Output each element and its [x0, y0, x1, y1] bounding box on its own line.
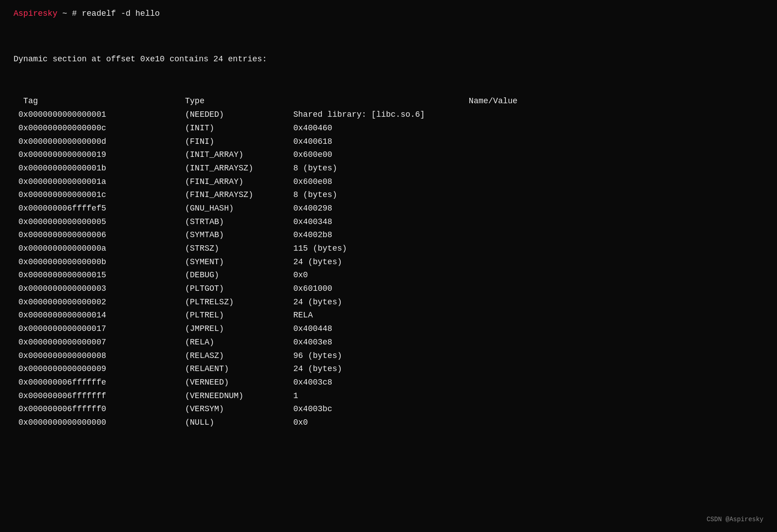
row-tag: 0x000000006ffffffe: [14, 376, 185, 390]
row-tag: 0x000000000000000d: [14, 135, 185, 149]
row-type: (RELASZ): [185, 349, 293, 363]
row-value: 0x400448: [293, 322, 763, 336]
row-tag: 0x0000000000000009: [14, 362, 185, 376]
row-value: 0x400298: [293, 202, 763, 216]
table-row: 0x0000000000000009(RELAENT)24 (bytes): [14, 362, 763, 376]
row-tag: 0x0000000000000000: [14, 416, 185, 430]
row-tag: 0x000000006ffffff0: [14, 403, 185, 416]
row-value: 96 (bytes): [293, 349, 763, 363]
table-row: 0x000000000000001c(FINI_ARRAYSZ)8 (bytes…: [14, 188, 763, 202]
row-type: (STRSZ): [185, 242, 293, 256]
table-row: 0x000000006ffffffe(VERNEED)0x4003c8: [14, 376, 763, 390]
output-section: Dynamic section at offset 0xe10 contains…: [14, 26, 763, 456]
table-row: 0x0000000000000008(RELASZ)96 (bytes): [14, 349, 763, 363]
prompt-command: readelf -d hello: [82, 9, 160, 18]
row-tag: 0x000000000000000a: [14, 242, 185, 256]
row-value: 8 (bytes): [293, 162, 763, 175]
row-value: 0x4003c8: [293, 376, 763, 390]
row-tag: 0x000000000000001a: [14, 175, 185, 189]
row-tag: 0x0000000000000006: [14, 229, 185, 242]
table-row: 0x0000000000000007(RELA)0x4003e8: [14, 336, 763, 349]
row-tag: 0x0000000000000015: [14, 269, 185, 282]
row-type: (RELAENT): [185, 362, 293, 376]
row-value: 24 (bytes): [293, 256, 763, 269]
table-row: 0x0000000000000002(PLTRELSZ)24 (bytes): [14, 296, 763, 309]
table-row: 0x000000000000000d(FINI)0x400618: [14, 135, 763, 149]
row-type: (GNU_HASH): [185, 202, 293, 216]
table-row: 0x0000000000000000(NULL)0x0: [14, 416, 763, 430]
row-type: (SYMENT): [185, 256, 293, 269]
row-tag: 0x0000000000000005: [14, 216, 185, 229]
row-tag: 0x0000000000000003: [14, 282, 185, 296]
row-tag: 0x0000000000000007: [14, 336, 185, 349]
row-type: (PLTRELSZ): [185, 296, 293, 309]
row-tag: 0x000000006ffffef5: [14, 202, 185, 216]
row-value: 0x600e00: [293, 148, 763, 162]
row-tag: 0x000000000000001c: [14, 188, 185, 202]
row-type: (INIT): [185, 122, 293, 135]
row-value: 0x4003bc: [293, 403, 763, 416]
table-row: 0x0000000000000014(PLTREL)RELA: [14, 309, 763, 322]
row-value: 115 (bytes): [293, 242, 763, 256]
table-row: 0x0000000000000001(NEEDED)Shared library…: [14, 108, 763, 122]
row-type: (VERSYM): [185, 403, 293, 416]
row-value: RELA: [293, 309, 763, 322]
row-type: (STRTAB): [185, 216, 293, 229]
row-value: 0x0: [293, 416, 763, 430]
row-type: (DEBUG): [185, 269, 293, 282]
row-value: 0x600e08: [293, 175, 763, 189]
row-tag: 0x0000000000000001: [14, 108, 185, 122]
prompt-separator: ~ #: [57, 9, 82, 18]
row-type: (NULL): [185, 416, 293, 430]
row-tag: 0x0000000000000017: [14, 322, 185, 336]
row-tag: 0x0000000000000014: [14, 309, 185, 322]
col-header-value: Name/Value: [293, 95, 763, 108]
row-type: (SYMTAB): [185, 229, 293, 242]
row-value: 0x400348: [293, 216, 763, 229]
dynamic-table: Tag Type Name/Value 0x0000000000000001(N…: [14, 95, 763, 429]
row-value: 0x400618: [293, 135, 763, 149]
row-tag: 0x000000000000000b: [14, 256, 185, 269]
table-row: 0x0000000000000005(STRTAB)0x400348: [14, 216, 763, 229]
row-value: 0x4003e8: [293, 336, 763, 349]
table-row: 0x0000000000000006(SYMTAB)0x4002b8: [14, 229, 763, 242]
row-type: (JMPREL): [185, 322, 293, 336]
row-tag: 0x000000000000000c: [14, 122, 185, 135]
table-row: 0x000000000000001a(FINI_ARRAY)0x600e08: [14, 175, 763, 189]
table-row: 0x0000000000000015(DEBUG)0x0: [14, 269, 763, 282]
watermark: CSDN @Aspiresky: [707, 516, 763, 523]
row-value: 0x4002b8: [293, 229, 763, 242]
col-header-tag: Tag: [14, 95, 185, 108]
table-row: 0x000000000000000b(SYMENT)24 (bytes): [14, 256, 763, 269]
row-value: 1: [293, 390, 763, 403]
row-value: 0x400460: [293, 122, 763, 135]
row-value: 0x601000: [293, 282, 763, 296]
row-type: (VERNEEDNUM): [185, 390, 293, 403]
row-tag: 0x0000000000000002: [14, 296, 185, 309]
row-type: (VERNEED): [185, 376, 293, 390]
col-header-type: Type: [185, 95, 293, 108]
prompt-line: Aspiresky ~ # readelf -d hello: [14, 9, 763, 18]
row-type: (FINI_ARRAY): [185, 175, 293, 189]
row-type: (PLTREL): [185, 309, 293, 322]
row-tag: 0x000000000000001b: [14, 162, 185, 175]
table-row: 0x0000000000000017(JMPREL)0x400448: [14, 322, 763, 336]
row-type: (NEEDED): [185, 108, 293, 122]
row-type: (RELA): [185, 336, 293, 349]
row-type: (FINI_ARRAYSZ): [185, 188, 293, 202]
table-row: 0x0000000000000003(PLTGOT)0x601000: [14, 282, 763, 296]
row-type: (FINI): [185, 135, 293, 149]
row-value: Shared library: [libc.so.6]: [293, 108, 763, 122]
row-tag: 0x0000000000000008: [14, 349, 185, 363]
row-value: 24 (bytes): [293, 362, 763, 376]
section-header: Dynamic section at offset 0xe10 contains…: [14, 53, 763, 66]
prompt-user: Aspiresky: [14, 9, 57, 18]
row-type: (INIT_ARRAY): [185, 148, 293, 162]
table-row: 0x000000006ffffef5(GNU_HASH)0x400298: [14, 202, 763, 216]
row-type: (PLTGOT): [185, 282, 293, 296]
table-row: 0x000000000000000a(STRSZ)115 (bytes): [14, 242, 763, 256]
table-row: 0x000000000000000c(INIT)0x400460: [14, 122, 763, 135]
row-type: (INIT_ARRAYSZ): [185, 162, 293, 175]
table-row: 0x000000006ffffff0(VERSYM)0x4003bc: [14, 403, 763, 416]
row-tag: 0x0000000000000019: [14, 148, 185, 162]
